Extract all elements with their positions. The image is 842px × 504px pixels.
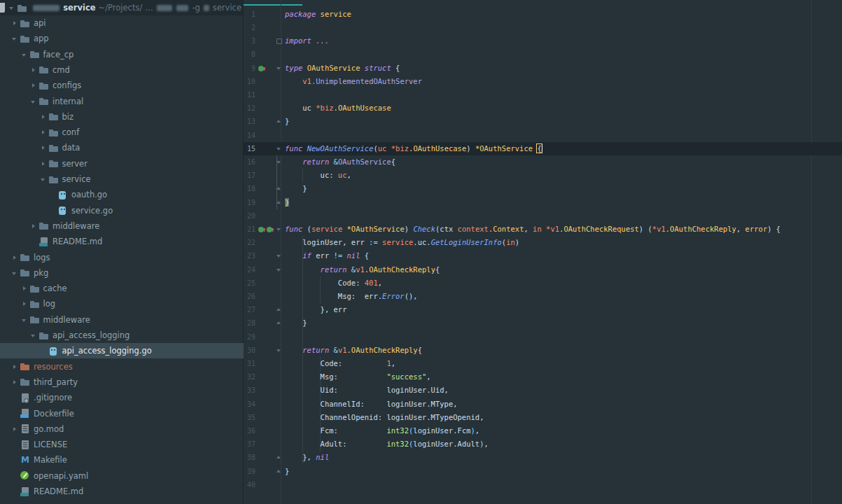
tree-item-dockerfile[interactable]: Dockerfile <box>0 406 254 421</box>
code-line-21[interactable]: 21func (service *OAuthService) Check(ctx… <box>244 223 842 236</box>
implemented-marker-icon[interactable] <box>258 226 267 233</box>
line-number[interactable]: 26 <box>245 290 255 303</box>
line-number[interactable]: 22 <box>245 236 255 249</box>
line-number[interactable]: 28 <box>245 316 255 330</box>
line-number[interactable]: 13 <box>245 115 255 128</box>
code-editor[interactable]: 1package service23import ...89type OAuth… <box>244 0 842 504</box>
chevron-expanded-icon[interactable] <box>21 316 30 323</box>
line-number[interactable]: 20 <box>245 209 255 223</box>
implemented-marker-icon[interactable] <box>258 65 267 72</box>
line-number[interactable]: 40 <box>245 478 255 491</box>
code-line-23[interactable]: 23 if err != nil { <box>244 249 842 262</box>
code-line-27[interactable]: 27 }, err <box>244 303 842 316</box>
code-line-1[interactable]: 1package service <box>244 8 842 21</box>
tree-item-readme-md[interactable]: README.md <box>0 234 273 249</box>
chevron-collapsed-icon[interactable] <box>11 379 20 386</box>
fold-marker-icon[interactable] <box>275 115 283 128</box>
tree-item-api-access-logging-go[interactable]: api_access_logging.go <box>0 343 283 358</box>
code-line-26[interactable]: 26 Msg: err.Error(), <box>244 290 842 303</box>
tree-item-middleware[interactable]: middleware <box>0 218 273 234</box>
code-line-36[interactable]: 36 Fcm: int32(loginUser.Fcm), <box>244 424 842 438</box>
line-number[interactable]: 39 <box>245 465 255 478</box>
code-line-28[interactable]: 28 } <box>244 316 842 330</box>
fold-marker-icon[interactable] <box>275 196 283 209</box>
fold-marker-icon[interactable] <box>275 155 283 169</box>
code-line-30[interactable]: 30 return &v1.OAuthCheckReply{ <box>244 344 842 357</box>
tree-item-biz[interactable]: biz <box>0 109 283 125</box>
fold-marker-icon[interactable] <box>275 249 283 262</box>
chevron-collapsed-icon[interactable] <box>40 160 49 167</box>
tree-item-cmd[interactable]: cmd <box>0 62 273 78</box>
chevron-collapsed-icon[interactable] <box>11 363 20 370</box>
chevron-collapsed-icon[interactable] <box>40 129 49 136</box>
line-number[interactable]: 31 <box>245 357 255 370</box>
tree-item-server[interactable]: server <box>0 156 283 172</box>
fold-marker-icon[interactable] <box>275 451 283 464</box>
chevron-collapsed-icon[interactable] <box>21 285 30 292</box>
tree-item-resources[interactable]: resources <box>0 359 254 374</box>
line-number[interactable]: 10 <box>245 75 255 88</box>
line-number[interactable]: 9 <box>245 62 255 75</box>
code-line-20[interactable]: 20 <box>244 209 842 223</box>
fold-marker-icon[interactable] <box>275 34 283 48</box>
fold-marker-icon[interactable] <box>275 465 283 478</box>
tree-item-service[interactable]: service <box>0 172 283 187</box>
fold-marker-icon[interactable] <box>275 303 283 316</box>
line-number[interactable]: 8 <box>245 48 255 61</box>
line-number[interactable]: 17 <box>245 169 255 182</box>
tree-item-third-party[interactable]: third_party <box>0 374 254 390</box>
code-line-35[interactable]: 35 ChannelOpenid: loginUser.MTypeOpenid, <box>244 411 842 424</box>
code-line-3[interactable]: 3import ... <box>244 34 842 48</box>
code-line-17[interactable]: 17 uc: uc, <box>244 169 842 182</box>
line-number[interactable]: 36 <box>245 424 255 438</box>
code-line-29[interactable]: 29 <box>244 330 842 344</box>
line-number[interactable]: 38 <box>245 451 255 464</box>
chevron-expanded-icon[interactable] <box>30 332 39 339</box>
fold-marker-icon[interactable] <box>275 182 283 195</box>
code-line-11[interactable]: 11 <box>244 88 842 102</box>
tree-item-conf[interactable]: conf <box>0 125 283 140</box>
line-number[interactable]: 11 <box>245 88 255 102</box>
line-number[interactable]: 32 <box>245 370 255 384</box>
code-line-33[interactable]: 33 Uid: loginUser.Uid, <box>244 384 842 397</box>
line-number[interactable]: 19 <box>245 196 255 209</box>
code-line-13[interactable]: 13} <box>244 115 842 128</box>
code-line-34[interactable]: 34 ChannelId: loginUser.MType, <box>244 398 842 411</box>
tree-item-license[interactable]: LICENSE <box>0 437 254 452</box>
line-number[interactable]: 33 <box>245 384 255 397</box>
chevron-expanded-icon[interactable] <box>11 35 20 42</box>
line-number[interactable]: 18 <box>245 182 255 195</box>
tree-item-data[interactable]: data <box>0 140 283 155</box>
tree-item-middleware[interactable]: middleware <box>0 312 264 328</box>
chevron-collapsed-icon[interactable] <box>30 223 39 230</box>
code-line-37[interactable]: 37 Adult: int32(loginUser.Adult), <box>244 438 842 451</box>
line-number[interactable]: 14 <box>245 129 255 142</box>
tree-item-go-mod[interactable]: go.mod <box>0 421 254 437</box>
fold-marker-icon[interactable] <box>275 316 283 330</box>
line-number[interactable]: 35 <box>245 411 255 424</box>
code-line-31[interactable]: 31 Code: 1, <box>244 357 842 370</box>
tree-item-openapi-yaml[interactable]: openapi.yaml <box>0 468 254 484</box>
line-number[interactable]: 12 <box>245 102 255 115</box>
tree-item-api-access-logging[interactable]: api_access_logging <box>0 328 273 343</box>
line-number[interactable]: 29 <box>245 330 255 344</box>
line-number[interactable]: 30 <box>245 344 255 357</box>
line-number[interactable]: 1 <box>245 8 255 21</box>
chevron-collapsed-icon[interactable] <box>11 20 20 27</box>
line-number[interactable]: 15 <box>245 142 255 155</box>
code-line-8[interactable]: 8 <box>244 48 842 61</box>
fold-marker-icon[interactable] <box>275 263 283 276</box>
code-line-39[interactable]: 39} <box>244 465 842 478</box>
line-number[interactable]: 27 <box>245 303 255 316</box>
chevron-collapsed-icon[interactable] <box>40 113 49 120</box>
code-line-25[interactable]: 25 Code: 401, <box>244 276 842 290</box>
code-line-40[interactable]: 40 <box>244 478 842 491</box>
line-number[interactable]: 23 <box>245 249 255 262</box>
project-root-row[interactable]: service ~/Projects/ … -g service <box>0 0 243 15</box>
line-number[interactable]: 37 <box>245 438 255 451</box>
chevron-expanded-icon[interactable] <box>30 98 39 105</box>
fold-marker-icon[interactable] <box>275 62 283 75</box>
chevron-collapsed-icon[interactable] <box>11 426 20 433</box>
line-number[interactable]: 16 <box>245 155 255 169</box>
tree-item-readme-md[interactable]: README.md <box>0 484 254 499</box>
